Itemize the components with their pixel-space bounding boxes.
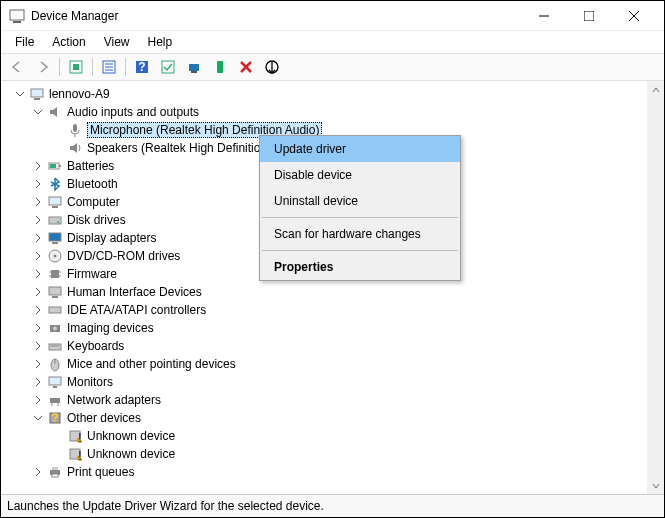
tree-item-audio[interactable]: Audio inputs and outputs xyxy=(7,103,647,121)
collapse-icon[interactable] xyxy=(13,87,27,101)
expander-spacer xyxy=(51,429,65,443)
menu-file[interactable]: File xyxy=(7,33,42,51)
scan-button[interactable] xyxy=(158,57,178,77)
svg-text:?: ? xyxy=(51,411,58,425)
menu-view[interactable]: View xyxy=(96,33,138,51)
title-bar: Device Manager xyxy=(1,1,664,31)
update-driver-button[interactable] xyxy=(184,57,204,77)
ctx-uninstall-device[interactable]: Uninstall device xyxy=(260,188,460,214)
toolbar-separator xyxy=(92,58,93,76)
expand-icon[interactable] xyxy=(31,267,45,281)
ctx-scan-hardware[interactable]: Scan for hardware changes xyxy=(260,221,460,247)
tree-item-label: Other devices xyxy=(67,411,141,425)
svg-rect-42 xyxy=(52,296,58,298)
help-button[interactable]: ? xyxy=(132,57,152,77)
svg-rect-16 xyxy=(191,71,197,73)
minimize-button[interactable] xyxy=(521,1,566,31)
dvd-icon xyxy=(47,248,63,264)
svg-rect-30 xyxy=(49,217,61,224)
menu-separator xyxy=(262,250,458,251)
tree-item-label: Firmware xyxy=(67,267,117,281)
scroll-up-button[interactable] xyxy=(647,81,664,98)
ctx-disable-device[interactable]: Disable device xyxy=(260,162,460,188)
expand-icon[interactable] xyxy=(31,159,45,173)
maximize-button[interactable] xyxy=(566,1,611,31)
menu-action[interactable]: Action xyxy=(44,33,93,51)
expand-icon[interactable] xyxy=(31,465,45,479)
ctx-properties[interactable]: Properties xyxy=(260,254,460,280)
properties-button[interactable] xyxy=(99,57,119,77)
disable-button[interactable] xyxy=(262,57,282,77)
expand-icon[interactable] xyxy=(31,195,45,209)
vertical-scrollbar[interactable] xyxy=(647,81,664,494)
tree-item-label: Audio inputs and outputs xyxy=(67,105,199,119)
other-icon: ? xyxy=(47,410,63,426)
controller-icon xyxy=(47,302,63,318)
tree-item-hid[interactable]: Human Interface Devices xyxy=(7,283,647,301)
tree-item-label: DVD/CD-ROM drives xyxy=(67,249,180,263)
camera-icon xyxy=(47,320,63,336)
tree-item-keyboards[interactable]: Keyboards xyxy=(7,337,647,355)
scroll-down-button[interactable] xyxy=(647,477,664,494)
svg-point-31 xyxy=(57,221,59,223)
toolbar-separator xyxy=(125,58,126,76)
computer-icon xyxy=(47,194,63,210)
expand-icon[interactable] xyxy=(31,393,45,407)
tree-item-label: Batteries xyxy=(67,159,114,173)
tree-item-ide[interactable]: IDE ATA/ATAPI controllers xyxy=(7,301,647,319)
svg-rect-29 xyxy=(52,206,58,208)
expand-icon[interactable] xyxy=(31,213,45,227)
tree-item-unknown[interactable]: ! Unknown device xyxy=(7,427,647,445)
tree-item-label: Human Interface Devices xyxy=(67,285,202,299)
svg-rect-26 xyxy=(59,165,61,167)
tree-item-label: Network adapters xyxy=(67,393,161,407)
svg-text:!: ! xyxy=(78,449,81,462)
tree-item-label: lennovo-A9 xyxy=(49,87,110,101)
expand-icon[interactable] xyxy=(31,357,45,371)
tree-item-other[interactable]: ? Other devices xyxy=(7,409,647,427)
bluetooth-icon xyxy=(47,176,63,192)
expand-icon[interactable] xyxy=(31,303,45,317)
unknown-device-icon: ! xyxy=(67,446,83,462)
svg-rect-46 xyxy=(49,344,61,350)
collapse-icon[interactable] xyxy=(31,105,45,119)
tree-item-network[interactable]: Network adapters xyxy=(7,391,647,409)
tree-item-label: Monitors xyxy=(67,375,113,389)
uninstall-button[interactable] xyxy=(236,57,256,77)
tree-item-label: Bluetooth xyxy=(67,177,118,191)
menu-help[interactable]: Help xyxy=(140,33,181,51)
status-bar: Launches the Update Driver Wizard for th… xyxy=(1,495,664,517)
expand-icon[interactable] xyxy=(31,375,45,389)
tree-item-mice[interactable]: Mice and other pointing devices xyxy=(7,355,647,373)
app-icon xyxy=(9,8,25,24)
close-button[interactable] xyxy=(611,1,656,31)
svg-rect-27 xyxy=(50,164,56,168)
enable-button[interactable] xyxy=(210,57,230,77)
tree-item-unknown[interactable]: ! Unknown device xyxy=(7,445,647,463)
expand-icon[interactable] xyxy=(31,321,45,335)
expander-spacer xyxy=(51,141,65,155)
expand-icon[interactable] xyxy=(31,249,45,263)
svg-rect-21 xyxy=(31,89,43,97)
svg-rect-41 xyxy=(49,287,61,295)
scrollbar-track[interactable] xyxy=(647,98,664,477)
disk-icon xyxy=(47,212,63,228)
display-icon xyxy=(47,230,63,246)
tree-item-print[interactable]: Print queues xyxy=(7,463,647,481)
tree-root[interactable]: lennovo-A9 xyxy=(7,85,647,103)
expand-icon[interactable] xyxy=(31,339,45,353)
show-hidden-button[interactable] xyxy=(66,57,86,77)
tree-item-label: IDE ATA/ATAPI controllers xyxy=(67,303,206,317)
svg-text:?: ? xyxy=(138,60,145,74)
ctx-update-driver[interactable]: Update driver xyxy=(260,136,460,162)
expand-icon[interactable] xyxy=(31,231,45,245)
toolbar-separator xyxy=(59,58,60,76)
svg-rect-14 xyxy=(162,61,174,73)
tree-item-imaging[interactable]: Imaging devices xyxy=(7,319,647,337)
tree-item-label: Unknown device xyxy=(87,429,175,443)
expand-icon[interactable] xyxy=(31,285,45,299)
tree-item-monitors[interactable]: Monitors xyxy=(7,373,647,391)
expand-icon[interactable] xyxy=(31,177,45,191)
status-text: Launches the Update Driver Wizard for th… xyxy=(7,499,324,513)
collapse-icon[interactable] xyxy=(31,411,45,425)
